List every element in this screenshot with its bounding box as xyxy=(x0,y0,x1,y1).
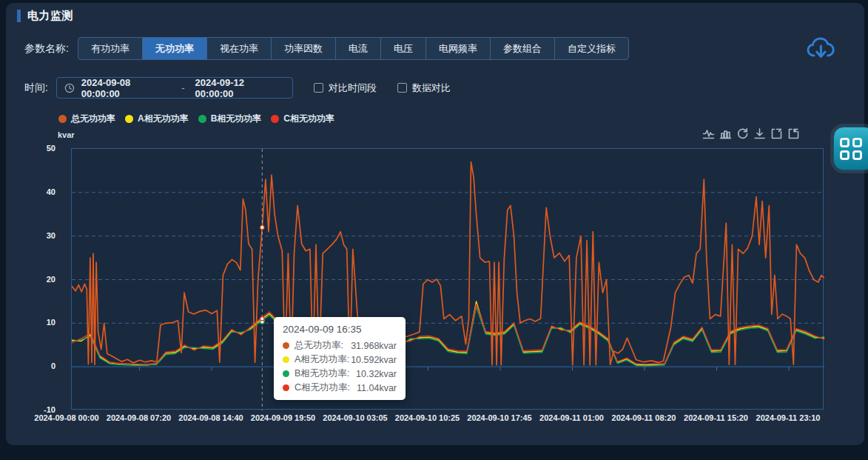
legend-label: 总无功功率 xyxy=(71,113,115,125)
param-tab-3[interactable]: 功率因数 xyxy=(272,38,336,59)
x-axis-tick-label: 2024-09-08 14:40 xyxy=(178,413,243,422)
y-axis-tick-label: 20 xyxy=(11,275,55,284)
toolbar-line-chart-icon[interactable] xyxy=(702,127,715,140)
toolbar-restore-icon[interactable] xyxy=(736,127,749,140)
legend-item-0[interactable]: 总无功功率 xyxy=(58,113,115,125)
x-axis-tick-label: 2024-09-09 19:50 xyxy=(251,413,315,422)
x-axis-tick-label: 2024-09-08 07:20 xyxy=(107,413,171,422)
time-range-input[interactable]: 2024-09-08 00:00:00 - 2024-09-12 00:00:0… xyxy=(56,77,293,99)
tooltip-title: 2024-09-09 16:35 xyxy=(283,324,397,335)
param-tab-0[interactable]: 有功功率 xyxy=(78,38,143,59)
tooltip-series-label: A相无功功率: xyxy=(295,353,349,366)
param-tab-1[interactable]: 无功功率 xyxy=(143,38,207,59)
toolbar-bar-chart-icon[interactable] xyxy=(719,127,732,140)
page-title: 电力监测 xyxy=(27,9,73,23)
time-separator: - xyxy=(181,82,184,93)
toolbar-zoom-reset-icon[interactable] xyxy=(787,127,800,140)
tooltip-row: B相无功功率:10.32kvar xyxy=(283,367,397,380)
checkbox-box-icon[interactable] xyxy=(314,83,323,93)
checkbox-0[interactable]: 对比时间段 xyxy=(314,81,377,95)
y-axis-tick-label: 30 xyxy=(11,231,55,240)
x-axis-tick-label: 2024-09-11 15:20 xyxy=(684,413,748,422)
tooltip-series-value: 31.968kvar xyxy=(351,341,397,351)
y-axis-unit-label: kvar xyxy=(58,130,75,139)
legend-dot-icon xyxy=(125,115,133,123)
checkbox-group: 对比时间段数据对比 xyxy=(293,81,451,95)
x-axis-tick-label: 2024-09-08 00:00 xyxy=(34,413,98,422)
checkbox-label: 数据对比 xyxy=(412,81,451,95)
chart-legend: 总无功功率A相无功功率B相无功功率C相无功功率 xyxy=(58,113,344,125)
chart-tooltip: 2024-09-09 16:35 总无功功率:31.968kvarA相无功功率:… xyxy=(274,317,406,400)
tooltip-series-dot-icon xyxy=(283,342,289,349)
toolbar-zoom-select-icon[interactable] xyxy=(770,127,783,140)
tooltip-series-value: 10.592kvar xyxy=(351,355,397,365)
tooltip-row: 总无功功率:31.968kvar xyxy=(283,339,397,352)
legend-label: B相无功功率 xyxy=(211,113,262,125)
header: 电力监测 xyxy=(17,9,73,23)
clock-icon xyxy=(64,83,75,93)
toolbar-save-image-icon[interactable] xyxy=(753,127,766,140)
time-row: 时间: 2024-09-08 00:00:00 - 2024-09-12 00:… xyxy=(24,77,451,99)
tooltip-series-dot-icon xyxy=(283,356,289,363)
time-end-value: 2024-09-12 00:00:00 xyxy=(195,77,285,99)
legend-item-2[interactable]: B相无功功率 xyxy=(198,113,262,125)
legend-item-1[interactable]: A相无功功率 xyxy=(125,113,189,125)
parameter-label: 参数名称: xyxy=(24,42,69,56)
tooltip-series-dot-icon xyxy=(283,370,289,377)
main-panel: 电力监测 参数名称: 有功功率无功功率视在功率功率因数电流电压电网频率参数组合自… xyxy=(6,3,864,445)
legend-label: A相无功功率 xyxy=(138,113,189,125)
grid-menu-icon xyxy=(840,138,862,160)
cloud-download-icon xyxy=(806,36,838,64)
x-axis-tick-label: 2024-09-10 10:25 xyxy=(395,413,460,422)
param-tab-4[interactable]: 电流 xyxy=(336,38,381,59)
chart-toolbar xyxy=(698,127,800,140)
chart-plot-area[interactable] xyxy=(71,148,824,410)
param-tab-8[interactable]: 自定义指标 xyxy=(555,38,628,59)
time-start-value: 2024-09-08 00:00:00 xyxy=(81,77,171,99)
title-accent-bar xyxy=(17,10,21,22)
parameter-row: 参数名称: 有功功率无功功率视在功率功率因数电流电压电网频率参数组合自定义指标 xyxy=(24,37,629,60)
tooltip-row: C相无功功率:11.04kvar xyxy=(283,381,397,394)
y-axis-tick-label: 10 xyxy=(11,318,55,327)
x-axis-tick-label: 2024-09-11 01:00 xyxy=(539,413,604,422)
tooltip-row: A相无功功率:10.592kvar xyxy=(283,353,397,366)
x-axis-tick-label: 2024-09-10 17:45 xyxy=(467,413,531,422)
tooltip-series-value: 10.32kvar xyxy=(356,369,397,379)
x-axis-tick-label: 2024-09-11 08:20 xyxy=(612,413,676,422)
tooltip-series-label: C相无功功率: xyxy=(295,381,350,394)
legend-dot-icon xyxy=(271,115,279,123)
export-button[interactable] xyxy=(806,36,838,64)
x-axis-tick-label: 2024-09-10 03:05 xyxy=(323,413,387,422)
checkbox-box-icon[interactable] xyxy=(397,83,407,93)
legend-label: C相无功功率 xyxy=(283,113,334,125)
legend-item-3[interactable]: C相无功功率 xyxy=(271,113,334,125)
parameter-tab-group: 有功功率无功功率视在功率功率因数电流电压电网频率参数组合自定义指标 xyxy=(78,37,629,60)
tooltip-series-label: 总无功功率: xyxy=(295,339,343,352)
param-tab-2[interactable]: 视在功率 xyxy=(207,38,272,59)
tooltip-series-label: B相无功功率: xyxy=(295,367,349,380)
legend-dot-icon xyxy=(58,115,67,123)
tooltip-rows: 总无功功率:31.968kvarA相无功功率:10.592kvarB相无功功率:… xyxy=(283,339,397,394)
param-tab-7[interactable]: 参数组合 xyxy=(491,38,555,59)
tooltip-series-value: 11.04kvar xyxy=(357,383,397,393)
y-axis-tick-label: 0 xyxy=(11,361,55,370)
checkbox-label: 对比时间段 xyxy=(329,81,377,95)
x-axis-tick-label: 2024-09-11 23:10 xyxy=(756,413,821,422)
quick-menu-button[interactable] xyxy=(830,124,868,173)
checkbox-1[interactable]: 数据对比 xyxy=(397,81,451,95)
param-tab-6[interactable]: 电网频率 xyxy=(426,38,491,59)
legend-dot-icon xyxy=(198,115,206,123)
param-tab-5[interactable]: 电压 xyxy=(381,38,426,59)
time-label: 时间: xyxy=(24,81,48,95)
y-axis-tick-label: 40 xyxy=(11,187,55,196)
tooltip-series-dot-icon xyxy=(283,384,289,391)
y-axis-tick-label: 50 xyxy=(11,144,55,153)
quick-menu-surface xyxy=(833,127,868,170)
